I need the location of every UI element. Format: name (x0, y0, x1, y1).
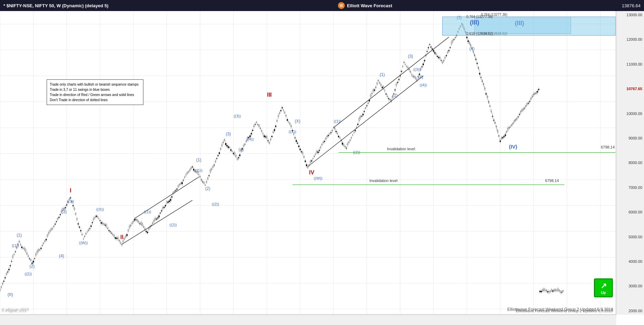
price-10767: 10767.65 (617, 87, 644, 91)
target-wave-III: (III) (470, 19, 479, 26)
invalidation-value: 6798.14 (601, 145, 615, 149)
target-level2: 0.618 (12634.52) (466, 32, 493, 36)
invalidation-label: Invalidation level (387, 147, 415, 151)
esignal-watermark: © eSignal, 2018 (2, 309, 26, 313)
up-button[interactable]: ↗ Up (594, 278, 613, 297)
chart-container: * $NIFTY-NSE, NIFTY 50, W (Dynamic) (del… (0, 0, 644, 325)
chart-title: * $NIFTY-NSE, NIFTY 50, W (Dynamic) (del… (3, 3, 108, 8)
chart-canvas (0, 0, 644, 325)
brand-logo: W Elliott Wave Forecast (338, 2, 392, 9)
header-bar: * $NIFTY-NSE, NIFTY 50, W (Dynamic) (del… (0, 0, 644, 11)
time-scale (0, 315, 616, 325)
target-level1: 0.764 (13277.36) (466, 15, 493, 19)
price-4000: 4000.00 (617, 259, 644, 264)
annotation-line2: Trade in 3,7 or 11 swings in blue boxes (50, 87, 140, 92)
annotation-line1: Trade only charts with bullish or bearis… (50, 82, 140, 87)
price-7000: 7000.00 (617, 185, 644, 190)
price-scale: 13000.00 12000.00 11000.00 10767.65 1000… (616, 11, 644, 315)
price-12000: 12000.00 (617, 37, 644, 41)
price-2000: 2000.00 (617, 309, 644, 313)
brand-name: Elliott Wave Forecast (347, 3, 392, 8)
annotation-line4: Don't Trade in direction of dotted lines (50, 97, 140, 103)
price-11000: 11000.00 (617, 62, 644, 66)
price-5000: 5000.00 (617, 235, 644, 239)
price-8000: 8000.00 (617, 161, 644, 165)
price-10000: 10000.00 (617, 112, 644, 116)
invalidation-line (339, 152, 615, 153)
brand-icon: W (338, 2, 345, 9)
price-6000: 6000.00 (617, 210, 644, 214)
price-9000: 9000.00 (617, 136, 644, 140)
annotation-box: Trade only charts with bullish or bearis… (47, 79, 143, 105)
current-price: 13876.64 (622, 3, 641, 8)
price-13000: 13000.00 (617, 13, 644, 17)
footer-credit: Elliottwave Forecast Weekend Group 2 Upd… (516, 309, 613, 313)
up-label: Up (601, 290, 606, 295)
up-arrow: ↗ (600, 281, 607, 290)
price-3000: 3000.00 (617, 284, 644, 288)
annotation-line3: Trade in direction of Red / Green arrows… (50, 92, 140, 97)
